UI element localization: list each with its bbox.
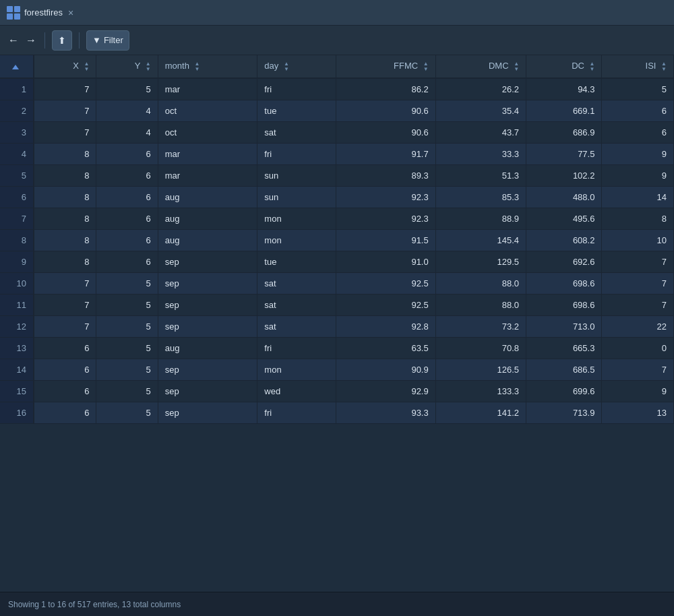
data-table-container[interactable]: X ▲▼ Y ▲▼ month ▲▼ day ▲▼ FFMC ▲▼ DMC ▲▼ bbox=[0, 55, 674, 592]
cell-month: aug bbox=[158, 208, 257, 229]
cell-month: aug bbox=[158, 186, 257, 208]
cell-idx: 1 bbox=[0, 78, 34, 100]
cell-Y: 4 bbox=[96, 100, 158, 121]
cell-Y: 6 bbox=[96, 164, 158, 186]
cell-DC: 686.5 bbox=[526, 359, 602, 380]
cell-DC: 488.0 bbox=[526, 186, 602, 208]
cell-month: mar bbox=[158, 78, 257, 100]
cell-Y: 5 bbox=[96, 294, 158, 315]
cell-month: sep bbox=[158, 402, 257, 423]
table-row: 374octsat90.643.7686.96 bbox=[0, 121, 674, 143]
table-row: 175marfri86.226.294.35 bbox=[0, 78, 674, 100]
sort-icon-DC: ▲▼ bbox=[590, 61, 595, 72]
toolbar: ← → ⬆ ▼ Filter bbox=[0, 26, 674, 55]
export-button[interactable]: ⬆ bbox=[52, 30, 72, 51]
cell-idx: 7 bbox=[0, 208, 34, 229]
sort-icon-FFMC: ▲▼ bbox=[423, 61, 429, 72]
cell-idx: 5 bbox=[0, 164, 34, 186]
cell-DC: 77.5 bbox=[526, 143, 602, 164]
cell-FFMC: 92.5 bbox=[336, 272, 436, 294]
cell-Y: 5 bbox=[96, 359, 158, 380]
col-header-month[interactable]: month ▲▼ bbox=[158, 55, 257, 78]
filter-button[interactable]: ▼ Filter bbox=[86, 30, 129, 51]
cell-DMC: 35.4 bbox=[435, 100, 526, 121]
cell-month: aug bbox=[158, 229, 257, 251]
col-header-Y[interactable]: Y ▲▼ bbox=[96, 55, 158, 78]
cell-month: aug bbox=[158, 337, 257, 359]
sort-icon-X: ▲▼ bbox=[84, 61, 89, 72]
export-icon: ⬆ bbox=[58, 35, 66, 46]
cell-DC: 699.6 bbox=[526, 380, 602, 402]
forward-button[interactable]: → bbox=[24, 32, 38, 49]
cell-ISI: 13 bbox=[602, 402, 674, 423]
cell-DC: 713.0 bbox=[526, 315, 602, 337]
cell-day: mon bbox=[257, 208, 336, 229]
cell-DMC: 70.8 bbox=[435, 337, 526, 359]
cell-day: tue bbox=[257, 251, 336, 272]
cell-X: 8 bbox=[34, 251, 96, 272]
cell-DC: 608.2 bbox=[526, 229, 602, 251]
cell-ISI: 22 bbox=[602, 315, 674, 337]
cell-DMC: 145.4 bbox=[435, 229, 526, 251]
cell-ISI: 7 bbox=[602, 272, 674, 294]
back-button[interactable]: ← bbox=[7, 32, 20, 49]
cell-DMC: 88.0 bbox=[435, 272, 526, 294]
cell-DMC: 126.5 bbox=[435, 359, 526, 380]
cell-idx: 12 bbox=[0, 315, 34, 337]
cell-month: oct bbox=[158, 100, 257, 121]
cell-ISI: 6 bbox=[602, 100, 674, 121]
col-header-X[interactable]: X ▲▼ bbox=[34, 55, 96, 78]
cell-DMC: 51.3 bbox=[435, 164, 526, 186]
col-header-day[interactable]: day ▲▼ bbox=[257, 55, 336, 78]
cell-ISI: 7 bbox=[602, 251, 674, 272]
cell-day: tue bbox=[257, 100, 336, 121]
cell-day: fri bbox=[257, 78, 336, 100]
cell-DMC: 88.0 bbox=[435, 294, 526, 315]
cell-FFMC: 92.9 bbox=[336, 380, 436, 402]
sort-icon-day: ▲▼ bbox=[284, 61, 289, 72]
col-header-ISI[interactable]: ISI ▲▼ bbox=[602, 55, 674, 78]
cell-FFMC: 63.5 bbox=[336, 337, 436, 359]
cell-day: mon bbox=[257, 229, 336, 251]
cell-X: 6 bbox=[34, 359, 96, 380]
cell-month: sep bbox=[158, 294, 257, 315]
cell-Y: 5 bbox=[96, 78, 158, 100]
cell-DMC: 85.3 bbox=[435, 186, 526, 208]
cell-idx: 16 bbox=[0, 402, 34, 423]
cell-idx: 13 bbox=[0, 337, 34, 359]
cell-ISI: 9 bbox=[602, 164, 674, 186]
col-header-index[interactable] bbox=[0, 55, 34, 78]
cell-idx: 6 bbox=[0, 186, 34, 208]
close-button[interactable]: × bbox=[68, 7, 73, 18]
col-header-DMC[interactable]: DMC ▲▼ bbox=[435, 55, 526, 78]
sort-icon-DMC: ▲▼ bbox=[514, 61, 519, 72]
cell-DC: 698.6 bbox=[526, 294, 602, 315]
cell-X: 8 bbox=[34, 229, 96, 251]
cell-FFMC: 90.6 bbox=[336, 100, 436, 121]
toolbar-separator-2 bbox=[79, 32, 80, 49]
cell-Y: 4 bbox=[96, 121, 158, 143]
table-row: 786augmon92.388.9495.68 bbox=[0, 208, 674, 229]
cell-DMC: 33.3 bbox=[435, 143, 526, 164]
cell-idx: 3 bbox=[0, 121, 34, 143]
cell-month: mar bbox=[158, 164, 257, 186]
app-icon bbox=[7, 6, 20, 20]
cell-X: 7 bbox=[34, 272, 96, 294]
cell-day: sun bbox=[257, 186, 336, 208]
cell-X: 8 bbox=[34, 143, 96, 164]
col-header-FFMC[interactable]: FFMC ▲▼ bbox=[336, 55, 436, 78]
table-row: 1175sepsat92.588.0698.67 bbox=[0, 294, 674, 315]
cell-X: 7 bbox=[34, 121, 96, 143]
table-header-row: X ▲▼ Y ▲▼ month ▲▼ day ▲▼ FFMC ▲▼ DMC ▲▼ bbox=[0, 55, 674, 78]
cell-X: 7 bbox=[34, 78, 96, 100]
cell-FFMC: 92.3 bbox=[336, 186, 436, 208]
cell-DMC: 129.5 bbox=[435, 251, 526, 272]
cell-ISI: 9 bbox=[602, 143, 674, 164]
cell-Y: 5 bbox=[96, 402, 158, 423]
table-row: 1565sepwed92.9133.3699.69 bbox=[0, 380, 674, 402]
window-title: forestfires bbox=[24, 7, 63, 18]
cell-day: sat bbox=[257, 315, 336, 337]
col-header-DC[interactable]: DC ▲▼ bbox=[526, 55, 602, 78]
cell-ISI: 9 bbox=[602, 380, 674, 402]
cell-FFMC: 90.6 bbox=[336, 121, 436, 143]
